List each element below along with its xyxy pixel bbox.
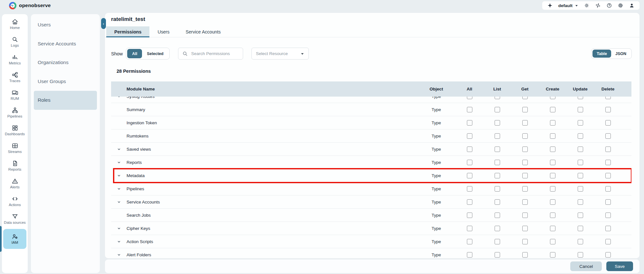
checkbox-all-service-accounts[interactable] bbox=[467, 199, 472, 205]
resource-select[interactable]: Select Resource bbox=[251, 48, 309, 60]
ai-sparkle-icon[interactable] bbox=[547, 3, 553, 8]
row-expand-chevron-icon[interactable] bbox=[111, 174, 127, 178]
settings-icon[interactable] bbox=[618, 3, 623, 8]
checkbox-update-saved-views[interactable] bbox=[578, 146, 583, 152]
checkbox-get-reports[interactable] bbox=[522, 160, 528, 165]
nav-item-roles[interactable]: Roles bbox=[34, 91, 97, 110]
sidebar-item-traces[interactable]: Traces bbox=[2, 68, 28, 86]
row-expand-chevron-icon[interactable] bbox=[111, 160, 127, 165]
slack-icon[interactable] bbox=[595, 3, 601, 8]
checkbox-get-service-accounts[interactable] bbox=[522, 199, 528, 205]
checkbox-create-ingestion-token[interactable] bbox=[550, 120, 555, 126]
row-expand-chevron-icon[interactable] bbox=[111, 97, 127, 99]
checkbox-update-ingestion-token[interactable] bbox=[578, 120, 583, 126]
checkbox-update-cipher-keys[interactable] bbox=[578, 226, 583, 231]
sidebar-item-actions[interactable]: Actions bbox=[2, 192, 28, 210]
checkbox-all-cipher-keys[interactable] bbox=[467, 226, 472, 231]
checkbox-all-action-scripts[interactable] bbox=[467, 239, 472, 244]
checkbox-update-service-accounts[interactable] bbox=[578, 199, 583, 205]
checkbox-create-metadata[interactable] bbox=[550, 173, 555, 178]
row-expand-chevron-icon[interactable] bbox=[111, 147, 127, 151]
checkbox-all-reports[interactable] bbox=[467, 160, 472, 165]
checkbox-list-metadata[interactable] bbox=[495, 173, 500, 178]
checkbox-all-saved-views[interactable] bbox=[467, 146, 472, 152]
theme-light-icon[interactable] bbox=[584, 3, 590, 8]
view-option-table[interactable]: Table bbox=[592, 50, 611, 58]
checkbox-update-rumtokens[interactable] bbox=[578, 133, 583, 139]
checkbox-delete-alert-folders[interactable] bbox=[605, 252, 611, 258]
checkbox-all-rumtokens[interactable] bbox=[467, 133, 472, 139]
checkbox-list-action-scripts[interactable] bbox=[495, 239, 500, 244]
checkbox-create-pipelines[interactable] bbox=[550, 186, 555, 192]
checkbox-get-cipher-keys[interactable] bbox=[522, 226, 528, 231]
checkbox-create-service-accounts[interactable] bbox=[550, 199, 555, 205]
checkbox-all-syslog-routes[interactable] bbox=[467, 97, 472, 99]
checkbox-delete-rumtokens[interactable] bbox=[605, 133, 611, 139]
checkbox-all-ingestion-token[interactable] bbox=[467, 120, 472, 126]
checkbox-delete-summary[interactable] bbox=[605, 107, 611, 112]
checkbox-get-ingestion-token[interactable] bbox=[522, 120, 528, 126]
nav-item-user-groups[interactable]: User Groups bbox=[34, 72, 97, 91]
checkbox-delete-cipher-keys[interactable] bbox=[605, 226, 611, 231]
sidebar-item-rum[interactable]: RUM bbox=[2, 86, 28, 104]
checkbox-list-rumtokens[interactable] bbox=[495, 133, 500, 139]
row-expand-chevron-icon[interactable] bbox=[111, 240, 127, 244]
checkbox-list-service-accounts[interactable] bbox=[495, 199, 500, 205]
checkbox-delete-syslog-routes[interactable] bbox=[605, 97, 611, 99]
checkbox-list-ingestion-token[interactable] bbox=[495, 120, 500, 126]
checkbox-get-saved-views[interactable] bbox=[522, 146, 528, 152]
checkbox-update-pipelines[interactable] bbox=[578, 186, 583, 192]
checkbox-get-pipelines[interactable] bbox=[522, 186, 528, 192]
checkbox-get-syslog-routes[interactable] bbox=[522, 97, 528, 99]
sidebar-item-dashboards[interactable]: Dashboards bbox=[2, 121, 28, 139]
checkbox-delete-search-jobs[interactable] bbox=[605, 213, 611, 218]
checkbox-get-rumtokens[interactable] bbox=[522, 133, 528, 139]
checkbox-get-search-jobs[interactable] bbox=[522, 213, 528, 218]
checkbox-create-rumtokens[interactable] bbox=[550, 133, 555, 139]
checkbox-all-metadata[interactable] bbox=[467, 173, 472, 178]
row-expand-chevron-icon[interactable] bbox=[111, 226, 127, 231]
checkbox-create-cipher-keys[interactable] bbox=[550, 226, 555, 231]
row-expand-chevron-icon[interactable] bbox=[111, 253, 127, 257]
tab-service-accounts[interactable]: Service Accounts bbox=[177, 26, 229, 37]
nav-item-users[interactable]: Users bbox=[34, 15, 97, 34]
help-icon[interactable] bbox=[606, 3, 612, 8]
sidebar-item-pipelines[interactable]: Pipelines bbox=[2, 104, 28, 121]
sidebar-item-logs[interactable]: Logs bbox=[2, 33, 28, 51]
checkbox-update-summary[interactable] bbox=[578, 107, 583, 112]
checkbox-create-reports[interactable] bbox=[550, 160, 555, 165]
view-option-json[interactable]: JSON bbox=[611, 50, 630, 58]
checkbox-get-alert-folders[interactable] bbox=[522, 252, 528, 258]
checkbox-list-alert-folders[interactable] bbox=[495, 252, 500, 258]
show-option-selected[interactable]: Selected bbox=[142, 49, 168, 58]
checkbox-delete-service-accounts[interactable] bbox=[605, 199, 611, 205]
checkbox-get-metadata[interactable] bbox=[522, 173, 528, 178]
checkbox-all-alert-folders[interactable] bbox=[467, 252, 472, 258]
checkbox-all-summary[interactable] bbox=[467, 107, 472, 112]
tab-permissions[interactable]: Permissions bbox=[106, 26, 149, 37]
checkbox-all-pipelines[interactable] bbox=[467, 186, 472, 192]
cancel-button[interactable]: Cancel bbox=[570, 261, 602, 271]
checkbox-update-metadata[interactable] bbox=[578, 173, 583, 178]
account-icon[interactable] bbox=[629, 3, 635, 8]
checkbox-list-reports[interactable] bbox=[495, 160, 500, 165]
checkbox-all-search-jobs[interactable] bbox=[467, 213, 472, 218]
checkbox-create-search-jobs[interactable] bbox=[550, 213, 555, 218]
row-expand-chevron-icon[interactable] bbox=[111, 187, 127, 191]
checkbox-list-summary[interactable] bbox=[495, 107, 500, 112]
checkbox-delete-pipelines[interactable] bbox=[605, 186, 611, 192]
nav-item-organizations[interactable]: Organizations bbox=[34, 53, 97, 72]
checkbox-list-cipher-keys[interactable] bbox=[495, 226, 500, 231]
save-button[interactable]: Save bbox=[606, 261, 633, 271]
collapse-panel-button[interactable]: ‹ bbox=[101, 18, 106, 29]
sidebar-item-iam[interactable]: IAM bbox=[3, 229, 26, 249]
checkbox-update-search-jobs[interactable] bbox=[578, 213, 583, 218]
sidebar-item-home[interactable]: Home bbox=[2, 15, 28, 33]
search-permissions-input[interactable] bbox=[191, 51, 239, 56]
sidebar-item-data-sources[interactable]: Data sources bbox=[2, 210, 28, 228]
org-selector[interactable]: default bbox=[558, 3, 578, 8]
checkbox-delete-saved-views[interactable] bbox=[605, 146, 611, 152]
show-option-all[interactable]: All bbox=[127, 49, 142, 58]
checkbox-create-alert-folders[interactable] bbox=[550, 252, 555, 258]
checkbox-delete-reports[interactable] bbox=[605, 160, 611, 165]
